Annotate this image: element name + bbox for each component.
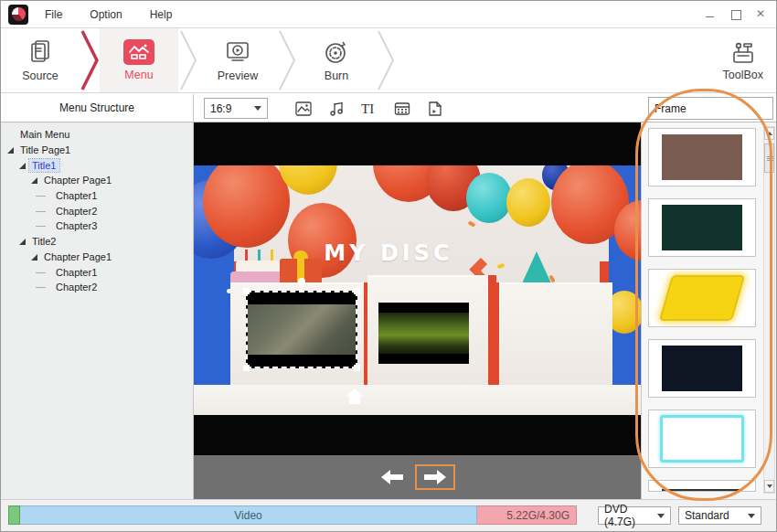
- scrollbar-thumb[interactable]: [764, 144, 774, 173]
- frame-preview-swatch: [662, 134, 742, 180]
- menu-edit-tools: TI: [293, 99, 445, 119]
- menu-option[interactable]: Option: [90, 8, 122, 21]
- capacity-video-label: Video: [234, 509, 261, 522]
- tree-expander-icon[interactable]: [18, 161, 29, 170]
- chevron-separator-icon: [178, 30, 198, 90]
- tree-item-label: Title1: [29, 159, 59, 172]
- tree-item[interactable]: Chapter3: [1, 218, 193, 234]
- frame-thumbnail[interactable]: [648, 410, 756, 468]
- tree-item-label: Chapter2: [53, 205, 100, 218]
- tree-item[interactable]: Chapter Page1: [1, 250, 193, 265]
- page-navigation-strip: [194, 455, 641, 499]
- tree-expander-icon[interactable]: [42, 268, 53, 277]
- selection-handle[interactable]: [243, 288, 250, 294]
- tree-item[interactable]: Chapter2: [1, 280, 193, 295]
- aspect-ratio-value: 16:9: [210, 102, 231, 115]
- frame-grid-button[interactable]: [392, 99, 412, 119]
- letterbox-bottom: [194, 415, 641, 455]
- left-arrow-icon: [380, 469, 404, 485]
- frame-thumbnail[interactable]: [648, 269, 756, 327]
- maximize-icon[interactable]: [730, 9, 741, 20]
- tree-item[interactable]: Chapter1: [1, 264, 193, 280]
- chevron-separator-icon: [376, 30, 396, 90]
- tree-item[interactable]: Chapter2: [1, 203, 193, 218]
- background-image-button[interactable]: [293, 99, 314, 119]
- frame-thumbnail[interactable]: [648, 480, 756, 492]
- app-logo-icon: [8, 5, 28, 25]
- frame-panel-scrollbar[interactable]: [763, 126, 775, 494]
- frame-preview-swatch: [662, 489, 742, 492]
- frame-thumbnail[interactable]: [648, 128, 756, 186]
- tree-item[interactable]: Chapter Page1: [1, 173, 193, 188]
- tree-item-label: Chapter Page1: [41, 250, 114, 263]
- capacity-segment-menu: [8, 505, 20, 525]
- app-logo-red-disc: [12, 7, 26, 21]
- toolbox-button[interactable]: ToolBox: [723, 40, 763, 81]
- tree-expander-icon[interactable]: [6, 145, 17, 154]
- tree-expander-icon[interactable]: [18, 237, 29, 246]
- tree-expander-icon[interactable]: [30, 176, 41, 185]
- tree-item[interactable]: Chapter1: [1, 188, 193, 204]
- aspect-ratio-select[interactable]: 16:9: [204, 98, 268, 119]
- tree-item[interactable]: Main Menu: [1, 127, 193, 143]
- tree-item[interactable]: Title Page1: [1, 143, 193, 158]
- tree-expander-icon[interactable]: [6, 130, 17, 139]
- capacity-segment-video: Video: [20, 505, 477, 525]
- tree-item[interactable]: Title1: [1, 157, 193, 173]
- selection-handle[interactable]: [354, 365, 360, 371]
- template-file-button[interactable]: [425, 99, 445, 119]
- disc-title-text[interactable]: MY DISC: [324, 240, 452, 266]
- menu-file[interactable]: File: [45, 8, 62, 21]
- tree-item-label: Main Menu: [17, 128, 72, 141]
- quality-select[interactable]: Standard: [678, 506, 761, 525]
- selection-handle[interactable]: [243, 365, 250, 371]
- video-thumbnail[interactable]: [378, 303, 469, 364]
- music-button[interactable]: [326, 99, 346, 119]
- step-burn[interactable]: Burn: [297, 28, 376, 92]
- step-menu[interactable]: Menu: [100, 28, 178, 92]
- next-page-button[interactable]: [415, 464, 455, 490]
- app-window: File Option Help Source: [0, 0, 777, 532]
- step-preview[interactable]: Preview: [198, 28, 277, 92]
- steps-toolbar: Source Menu Preview: [1, 28, 776, 93]
- toolbox-icon: [728, 40, 759, 66]
- tree-expander-icon[interactable]: [30, 252, 41, 261]
- frame-category-box[interactable]: Frame: [648, 97, 773, 120]
- frame-thumbnail[interactable]: [648, 339, 756, 398]
- tree-item-label: Chapter1: [53, 266, 100, 279]
- frame-preview-swatch: [660, 415, 744, 463]
- home-icon[interactable]: [344, 387, 366, 407]
- tree-item-label: Chapter Page1: [41, 174, 114, 186]
- text-icon: TI: [359, 100, 379, 118]
- tree-item-label: Title2: [29, 235, 59, 248]
- tree-expander-icon[interactable]: [42, 221, 53, 230]
- text-button[interactable]: TI: [359, 99, 379, 119]
- selection-handle[interactable]: [354, 288, 360, 294]
- menu-structure-tree: Main Menu Title Page1 Title1 Chapter Pag…: [1, 122, 193, 295]
- close-icon[interactable]: [756, 9, 767, 20]
- step-menu-label: Menu: [124, 69, 153, 81]
- chevron-separator-icon: [277, 30, 297, 90]
- menu-preview-canvas[interactable]: MY DISC: [194, 122, 641, 499]
- previous-page-button[interactable]: [380, 469, 404, 485]
- right-arrow-icon: [423, 469, 447, 485]
- tree-expander-icon[interactable]: [42, 191, 53, 200]
- tree-expander-icon[interactable]: [42, 282, 53, 292]
- capacity-used-text: 5.22G/4.30G: [506, 509, 569, 522]
- step-burn-label: Burn: [325, 69, 348, 82]
- scroll-down-icon[interactable]: [764, 480, 774, 493]
- minimize-icon[interactable]: [705, 9, 716, 20]
- video-thumbnail-selected[interactable]: [246, 291, 357, 368]
- tree-expander-icon[interactable]: [42, 207, 53, 216]
- disc-type-select[interactable]: DVD (4.7G): [598, 506, 671, 525]
- step-source[interactable]: Source: [1, 28, 80, 92]
- rotate-handle[interactable]: [298, 278, 305, 285]
- menubar: File Option Help: [45, 8, 172, 21]
- frame-thumbnail[interactable]: [648, 198, 756, 257]
- candle-decoration: [271, 250, 273, 261]
- tree-item[interactable]: Title2: [1, 234, 193, 250]
- video-thumbnail-image: [378, 313, 469, 355]
- tree-item-label: Chapter3: [53, 219, 100, 232]
- menu-help[interactable]: Help: [150, 8, 173, 21]
- scroll-up-icon[interactable]: [764, 127, 774, 140]
